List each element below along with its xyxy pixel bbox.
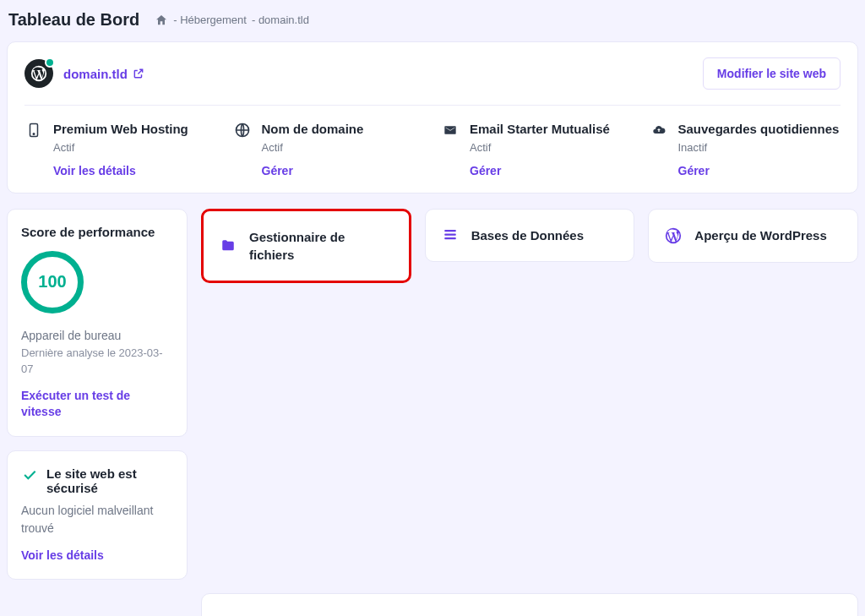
globe-icon [233, 121, 252, 139]
service-domain: Nom de domaine Actif Gérer [233, 121, 425, 177]
wordpress-overview-card[interactable]: Aperçu de WordPress [648, 209, 858, 263]
service-title: Premium Web Hosting [53, 121, 188, 138]
service-action-link[interactable]: Gérer [262, 164, 364, 177]
wordpress-icon [664, 226, 683, 245]
services-row: Premium Web Hosting Actif Voir les détai… [24, 105, 841, 177]
service-title: Email Starter Mutualisé [470, 121, 610, 138]
service-email: Email Starter Mutualisé Actif Gérer [441, 121, 633, 177]
domain-name-link[interactable]: domain.tld [63, 67, 144, 81]
top-bar: Tableau de Bord - Hébergement - domain.t… [7, 10, 858, 41]
service-title: Nom de domaine [262, 121, 364, 138]
service-action-link[interactable]: Gérer [470, 164, 610, 177]
service-status: Inactif [678, 141, 840, 154]
site-status-card: Votre site web fonctionne correctement A… [201, 593, 858, 616]
security-card: Le site web est sécurisé Aucun logiciel … [7, 450, 188, 581]
security-details-link[interactable]: Voir les détails [21, 548, 173, 564]
performance-device: Appareil de bureau [21, 327, 173, 345]
service-title: Sauvegardes quotidiennes [678, 121, 840, 138]
svg-rect-4 [444, 234, 456, 236]
service-action-link[interactable]: Gérer [678, 164, 840, 177]
service-status: Actif [262, 141, 364, 154]
mail-icon [441, 121, 460, 139]
check-icon [21, 466, 38, 483]
home-icon[interactable] [155, 14, 168, 27]
service-status: Actif [53, 141, 188, 154]
performance-card: Score de performance 100 Appareil de bur… [7, 209, 188, 437]
edit-site-button[interactable]: Modifier le site web [703, 57, 841, 90]
status-dot-icon [45, 57, 55, 68]
folder-icon [219, 238, 237, 253]
service-backups: Sauvegardes quotidiennes Inactif Gérer [650, 121, 841, 177]
performance-run-test-link[interactable]: Exécuter un test de vitesse [21, 388, 173, 421]
performance-title: Score de performance [21, 225, 173, 239]
hosting-icon [24, 121, 43, 139]
performance-last-scan: Dernière analyse le 2023-03-07 [21, 345, 173, 378]
security-desc: Aucun logiciel malveillant trouvé [21, 502, 173, 537]
service-hosting: Premium Web Hosting Actif Voir les détai… [24, 121, 216, 177]
file-manager-card[interactable]: Gestionnaire de fichiers [201, 209, 411, 283]
breadcrumb-hosting[interactable]: - Hébergement [173, 14, 247, 26]
service-status: Actif [470, 141, 610, 154]
service-action-link[interactable]: Voir les détails [53, 164, 188, 177]
cloud-icon [650, 121, 668, 139]
svg-point-1 [33, 134, 35, 135]
breadcrumb: - Hébergement - domain.tld [155, 14, 309, 27]
databases-label: Bases de Données [471, 226, 584, 244]
file-manager-label: Gestionnaire de fichiers [249, 228, 394, 264]
security-title: Le site web est sécurisé [46, 466, 173, 495]
breadcrumb-domain: - domain.tld [252, 14, 309, 26]
wordpress-badge-icon [24, 59, 53, 88]
wordpress-overview-label: Aperçu de WordPress [694, 226, 826, 244]
database-icon [441, 227, 460, 243]
page-title: Tableau de Bord [8, 10, 139, 30]
performance-score-ring: 100 [21, 251, 84, 313]
performance-score-value: 100 [38, 272, 66, 292]
domain-card: domain.tld Modifier le site web Premium … [7, 41, 858, 194]
external-link-icon [133, 68, 144, 79]
svg-rect-5 [444, 237, 456, 239]
domain-name-text: domain.tld [63, 67, 128, 81]
databases-card[interactable]: Bases de Données [425, 209, 635, 262]
svg-rect-3 [444, 230, 456, 232]
